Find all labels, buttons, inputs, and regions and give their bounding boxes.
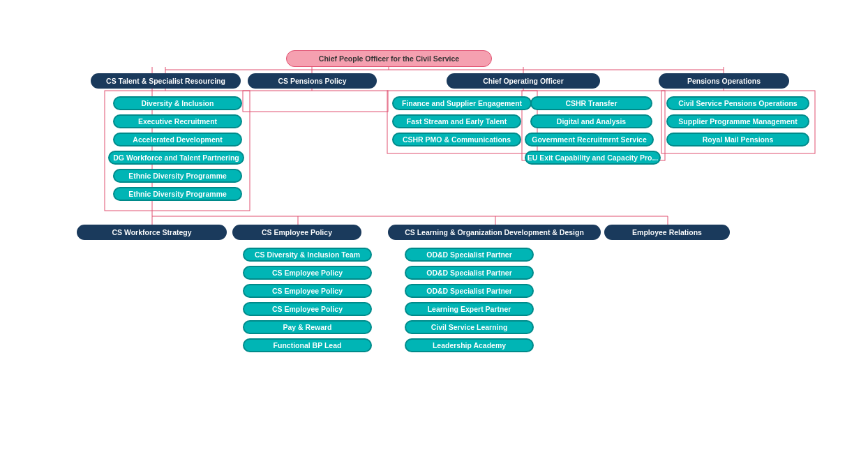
cshr-pmo-node: CSHR PMO & Communications (392, 133, 521, 146)
cs-emp3-node: CS Employee Policy (243, 302, 372, 316)
leadership-node: Leadership Academy (405, 338, 534, 352)
fast-stream-node: Fast Stream and Early Talent (392, 114, 521, 128)
diversity-node: Diversity & Inclusion (113, 96, 242, 110)
pay-reward-node: Pay & Reward (243, 320, 372, 334)
govt-rec-node: Government Recruitmrnt Service (525, 133, 654, 146)
cs-emp-policy-node: CS Employee Policy (232, 225, 361, 240)
learning-exp-node: Learning Expert Partner (405, 302, 534, 316)
civil-learning-node: Civil Service Learning (405, 320, 534, 334)
eu-exit-node: EU Exit Capability and Capacity Pro... (525, 151, 661, 165)
coo-node: Chief Operating Officer (447, 73, 600, 89)
exec-rec-node: Executive Recruitment (113, 114, 242, 128)
emp-relations-node: Employee Relations (604, 225, 730, 240)
cs-diversity-team-node: CS Diversity & Inclusion Team (243, 248, 372, 262)
functional-node: Functional BP Lead (243, 338, 372, 352)
ethnic1-node: Ethnic Diversity Programme (113, 169, 242, 183)
ethnic2-node: Ethnic Diversity Programme (113, 187, 242, 201)
cs-learning-node: CS Learning & Organization Development &… (388, 225, 601, 240)
civil-pensions-node: Civil Service Pensions Operations (666, 96, 809, 110)
svg-rect-7 (243, 91, 388, 112)
cs-emp1-node: CS Employee Policy (243, 266, 372, 280)
cs-workforce-node: CS Workforce Strategy (77, 225, 227, 240)
pensions-ops-node: Pensions Operations (659, 73, 789, 89)
odd2-node: OD&D Specialist Partner (405, 266, 534, 280)
cs-emp2-node: CS Employee Policy (243, 284, 372, 298)
odd3-node: OD&D Specialist Partner (405, 284, 534, 298)
acc-dev-node: Accelerated Development (113, 133, 242, 146)
cs-talent-node: CS Talent & Specialist Resourcing (91, 73, 241, 89)
odd1-node: OD&D Specialist Partner (405, 248, 534, 262)
royal-mail-node: Royal Mail Pensions (666, 133, 809, 146)
finance-node: Finance and Supplier Engagement (392, 96, 532, 110)
cshr-transfer-node: CSHR Transfer (530, 96, 652, 110)
cs-pensions-policy-node: CS Pensions Policy (248, 73, 377, 89)
supplier-prog-node: Supplier Programme Management (666, 114, 809, 128)
digital-node: Digital and Analysis (530, 114, 652, 128)
dg-workforce-node: DG Workforce and Talent Partnering (108, 151, 244, 165)
org-chart: Chief People Officer for the Civil Servi… (0, 0, 868, 459)
root-node: Chief People Officer for the Civil Servi… (286, 50, 492, 67)
